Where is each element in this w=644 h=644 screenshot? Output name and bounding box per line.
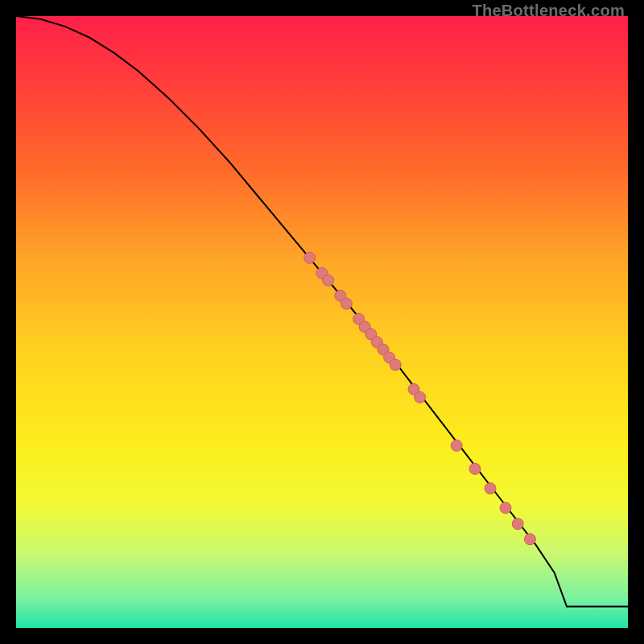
data-point [323, 275, 334, 286]
data-point [500, 502, 511, 514]
data-point [341, 298, 352, 309]
chart-frame: TheBottleneck.com [0, 0, 644, 644]
data-point [390, 359, 401, 370]
data-point [469, 463, 481, 474]
chart-curve [16, 16, 628, 606]
data-point [512, 518, 523, 530]
data-point [451, 440, 462, 452]
data-point [415, 392, 426, 403]
data-point [485, 483, 496, 494]
chart-overlay [0, 0, 644, 644]
data-point [524, 534, 535, 545]
data-point [304, 252, 316, 263]
